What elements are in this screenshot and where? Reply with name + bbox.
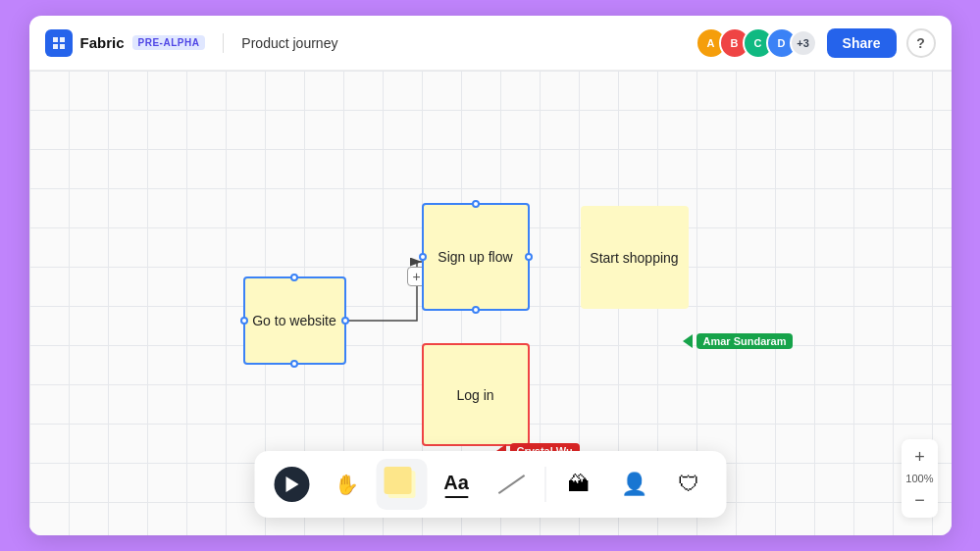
image-icon: 🏔 — [568, 472, 590, 497]
handle-right[interactable] — [525, 253, 533, 261]
canvas-area[interactable]: Go to website + Sign up flow Start shopp… — [29, 71, 952, 535]
app-window: Fabric PRE-ALPHA Product journey A B C D… — [29, 16, 952, 535]
node-sign-up-flow-label: Sign up flow — [438, 249, 512, 265]
handle-left[interactable] — [240, 317, 248, 325]
header-right: A B C D +3 Share ? — [696, 27, 936, 59]
node-start-shopping[interactable]: Start shopping — [581, 206, 689, 309]
hand-icon: ✋ — [335, 473, 359, 496]
sticky-mini-2 — [384, 467, 411, 494]
cursor-amar-label: Amar Sundaram — [696, 333, 794, 349]
pre-alpha-badge: PRE-ALPHA — [132, 35, 206, 50]
handle-top[interactable] — [472, 200, 480, 208]
handle-right[interactable] — [341, 317, 349, 325]
header-divider — [223, 33, 224, 53]
line-icon — [497, 475, 524, 494]
help-button[interactable]: ? — [906, 28, 936, 58]
zoom-level-label: 100% — [905, 473, 933, 484]
fabric-logo-icon — [45, 29, 73, 57]
bottom-toolbar: ✋ Aa 🏔 — [254, 451, 726, 518]
handle-bottom[interactable] — [290, 360, 298, 368]
zoom-in-button[interactable]: + — [905, 443, 933, 471]
node-sign-up-flow[interactable]: Sign up flow — [422, 203, 530, 311]
toolbar-text[interactable]: Aa — [431, 459, 482, 510]
node-go-to-website[interactable]: Go to website — [243, 276, 346, 365]
header: Fabric PRE-ALPHA Product journey A B C D… — [29, 16, 952, 71]
logo-area: Fabric PRE-ALPHA Product journey — [45, 29, 338, 57]
toolbar-line[interactable] — [486, 459, 537, 510]
cursor-amar-arrow — [683, 334, 693, 348]
share-button[interactable]: Share — [827, 28, 897, 58]
toolbar-hand[interactable]: ✋ — [321, 459, 372, 510]
play-arrow-icon — [286, 476, 299, 492]
toolbar-sticky[interactable] — [376, 459, 427, 510]
avatar-overflow-count: +3 — [790, 29, 817, 57]
node-start-shopping-label: Start shopping — [590, 250, 678, 266]
text-underline-icon — [444, 496, 468, 498]
cursor-amar: Amar Sundaram — [683, 333, 794, 349]
node-go-to-website-label: Go to website — [252, 313, 336, 328]
toolbar-present[interactable] — [266, 459, 317, 510]
avatars-group: A B C D +3 — [696, 27, 817, 59]
handle-top[interactable] — [290, 274, 298, 281]
toolbar-shield[interactable]: 🛡 — [663, 459, 714, 510]
app-name: Fabric — [80, 34, 125, 51]
doc-title: Product journey — [241, 35, 337, 51]
toolbar-divider-1 — [544, 467, 545, 502]
play-icon — [274, 467, 309, 502]
zoom-out-button[interactable]: − — [905, 486, 933, 514]
handle-bottom[interactable] — [472, 306, 480, 314]
text-icon: Aa — [443, 472, 469, 494]
toolbar-person[interactable]: 👤 — [608, 459, 659, 510]
zoom-controls: + 100% − — [902, 439, 937, 518]
node-log-in-label: Log in — [456, 387, 493, 403]
sticky-notes-icon — [384, 467, 419, 502]
node-log-in[interactable]: Log in — [422, 343, 530, 446]
toolbar-image[interactable]: 🏔 — [553, 459, 604, 510]
handle-left[interactable] — [419, 253, 427, 261]
person-icon: 👤 — [621, 472, 647, 497]
shield-icon: 🛡 — [678, 472, 699, 497]
